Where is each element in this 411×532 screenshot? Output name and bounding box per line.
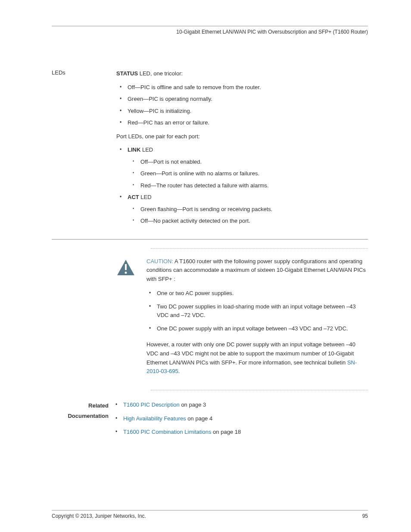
svg-point-1 [125,271,127,274]
related-doc-label: Related Documentation [52,401,116,447]
related-limits: T1600 PIC Combination Limitations on pag… [119,428,368,436]
copyright-text: Copyright © 2013, Juniper Networks, Inc. [52,513,146,519]
related-limits-link[interactable]: T1600 PIC Combination Limitations [123,429,212,435]
link-led-item: LINK LED Off—Port is not enabled. Green—… [123,146,368,190]
caution-dc1: One DC power supply with an input voltag… [153,324,368,333]
caution-icon [116,257,146,382]
status-led-intro: STATUS LED, one tricolor: [116,69,368,78]
status-yellow: Yellow—PIC is initializing. [123,107,368,115]
related-desc: T1600 PIC Description on page 3 [119,401,368,409]
related-doc-list: T1600 PIC Description on page 3 High Ava… [116,401,368,442]
link-green: Green—Port is online with no alarms or f… [136,169,368,178]
status-led-list: Off—PIC is offline and safe to remove fr… [116,83,368,127]
act-green: Green flashing—Port is sending or receiv… [136,205,368,214]
caution-list: One or two AC power supplies. Two DC pow… [146,289,368,333]
caution-dc2: Two DC power supplies in load-sharing mo… [153,302,368,320]
related-ha: High Availability Features on page 4 [119,414,368,423]
act-off: Off—No packet activity detected on the p… [136,217,368,225]
link-red: Red—The router has detected a failure wi… [136,181,368,190]
page-header: 10-Gigabit Ethernet LAN/WAN PIC with Ove… [52,29,368,35]
port-led-intro: Port LEDs, one pair for each port: [116,132,368,141]
status-off: Off—PIC is offline and safe to remove fr… [123,83,368,92]
status-red: Red—PIC has an error or failure. [123,118,368,127]
link-off: Off—Port is not enabled. [136,158,368,166]
act-led-item: ACT LED Green flashing—Port is sending o… [123,193,368,225]
leds-label: LEDs [52,69,116,230]
status-green: Green—PIC is operating normally. [123,95,368,103]
related-ha-link[interactable]: High Availability Features [123,415,186,422]
port-led-list: LINK LED Off—Port is not enabled. Green—… [116,146,368,225]
caution-intro: CAUTION: A T1600 router with the followi… [146,257,368,284]
svg-rect-0 [125,264,127,270]
related-desc-link[interactable]: T1600 PIC Description [123,401,180,408]
caution-ac: One or two AC power supplies. [153,289,368,298]
status-led-bold: STATUS [116,70,138,77]
page-number: 95 [362,513,368,519]
caution-footer: However, a router with only one DC power… [146,340,368,376]
